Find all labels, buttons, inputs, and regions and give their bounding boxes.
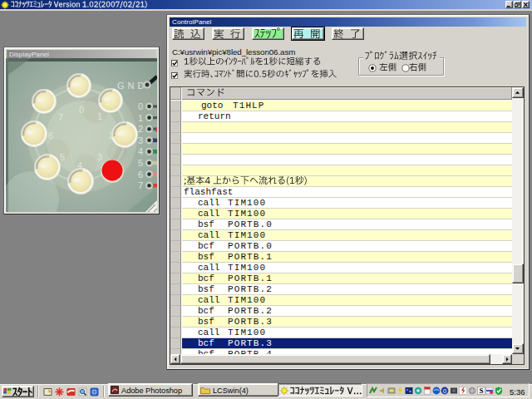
svg-text:6: 6	[48, 131, 53, 140]
svg-text:0: 0	[79, 105, 84, 115]
svg-text:0: 0	[138, 101, 143, 111]
svg-text:5: 5	[60, 152, 65, 162]
svg-text:7: 7	[138, 180, 143, 190]
svg-text:2: 2	[138, 124, 143, 134]
svg-text:5: 5	[138, 158, 143, 168]
svg-text:1: 1	[138, 113, 143, 123]
svg-text:6: 6	[138, 170, 143, 180]
svg-text:4: 4	[77, 160, 82, 170]
svg-text:1: 1	[97, 111, 102, 121]
svg-text:3: 3	[97, 152, 102, 162]
svg-text:0: 0	[443, 387, 447, 395]
svg-text:4: 4	[138, 146, 143, 156]
svg-text:GND: GND	[117, 81, 147, 91]
svg-text:2: 2	[109, 131, 114, 140]
svg-text:7: 7	[58, 112, 63, 122]
svg-text:3: 3	[138, 135, 143, 145]
svg-text:S: S	[479, 387, 483, 395]
